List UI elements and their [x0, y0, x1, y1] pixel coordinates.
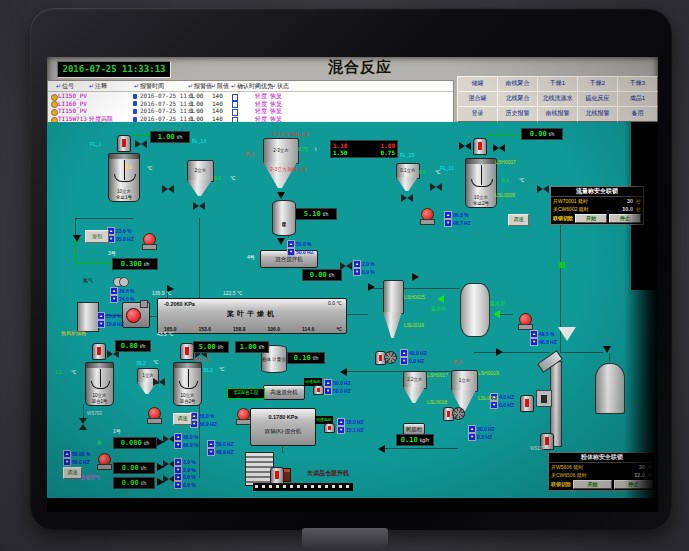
motor-icon[interactable] [117, 135, 131, 152]
motor-indicator [545, 437, 549, 445]
pump-icon[interactable] [142, 233, 156, 250]
motor-icon[interactable] [270, 467, 284, 484]
furnace[interactable] [77, 302, 99, 332]
reactor-tank[interactable]: 10立方混合1号 [85, 362, 114, 406]
interlock-bypass-button[interactable]: 联锁切除 [551, 480, 571, 489]
start-button[interactable]: 开始 [575, 214, 607, 223]
speed-indicator: ▲86.8 %▼66.7 HZ [444, 211, 471, 227]
text-label: 2-3立方加料小车 [272, 132, 309, 138]
motor-icon[interactable] [473, 138, 487, 155]
motor-gear-icon[interactable] [375, 350, 397, 364]
display-value: 0.75 [381, 149, 395, 156]
paddle-dryer[interactable]: -0.2060 KPa0.0 ℃桨叶干燥机165.0153.6158.8106.… [157, 298, 347, 334]
interlock-bypass-button[interactable]: 联锁切除 [553, 214, 573, 223]
valve-icon[interactable] [135, 140, 147, 148]
speed-button[interactable]: 调速 [63, 467, 82, 479]
hopper[interactable] [383, 280, 402, 338]
hopper-body [383, 280, 404, 314]
motor-icon[interactable] [520, 395, 534, 412]
valve-icon[interactable] [537, 185, 549, 193]
nav-button-干燥1[interactable]: 干燥1 [537, 76, 578, 92]
alarm-column-header[interactable]: ↵限值 [211, 82, 229, 91]
vessel[interactable]: 计量仪 [272, 200, 296, 236]
nav-button-北线报警[interactable]: 北线报警 [577, 106, 618, 122]
valve-icon[interactable] [430, 183, 442, 191]
indicator-value: 3.0 % [183, 459, 196, 465]
reactor-tank[interactable]: 10立方化盐2号 [465, 158, 497, 208]
valve-icon[interactable] [401, 194, 413, 202]
product-silo[interactable] [595, 363, 625, 414]
blower-icon[interactable] [113, 277, 129, 286]
hopper[interactable]: 1立方 [451, 370, 476, 411]
pump-icon[interactable] [97, 453, 111, 470]
display-value: 0.10 [294, 354, 311, 362]
motor-icon[interactable] [92, 343, 106, 360]
valve-icon[interactable] [153, 378, 165, 386]
nav-button-历史报警[interactable]: 历史报警 [497, 106, 538, 122]
nav-button-硫化反应[interactable]: 硫化反应 [577, 91, 618, 107]
pipe-line [199, 218, 200, 298]
alarm-column-header[interactable]: ↵状态 [271, 82, 289, 91]
motor-icon[interactable] [180, 343, 194, 360]
pump-icon[interactable] [518, 313, 532, 330]
valve-icon[interactable] [79, 418, 87, 430]
text-label: 0.0 [214, 176, 221, 182]
speed-button[interactable]: 调速 [173, 413, 192, 425]
motor-body[interactable] [324, 423, 335, 433]
hopper[interactable]: 2-3立方 [263, 138, 297, 188]
hopper[interactable]: 2.2立方 [403, 371, 425, 403]
fan-icon[interactable] [122, 302, 150, 328]
text-label: 加料小车 [193, 358, 211, 363]
nav-button-南线聚合[interactable]: 南线聚合 [497, 76, 538, 92]
flow-arrow [378, 445, 385, 453]
hopper[interactable]: 0.1立方 [396, 163, 418, 191]
alarm-column-header[interactable]: ↵位号 [56, 82, 74, 91]
stop-button[interactable]: 停止 [614, 480, 653, 489]
hopper[interactable]: 2立方 [187, 160, 212, 196]
pipe-line [488, 134, 521, 135]
nav-button-备用[interactable]: 备用 [617, 106, 658, 122]
speed-button[interactable]: 溶剂 [85, 230, 109, 243]
flow-arrow [493, 310, 500, 318]
nav-button-北线聚合[interactable]: 北线聚合 [497, 91, 538, 107]
nav-button-南线报警[interactable]: 南线报警 [537, 106, 578, 122]
twin-shaft-mixer[interactable]: 0.1780 KPa双轴(K)-混合机 [250, 408, 316, 446]
speed-indicator: ▲0.0 %▼0.0 % [174, 473, 196, 489]
nav-button-储罐[interactable]: 储罐 [457, 76, 498, 92]
text-label: P_3 [245, 152, 254, 158]
alarm-column-header[interactable]: ↵报警值 [188, 82, 212, 91]
nav-button-登录[interactable]: 登录 [457, 106, 498, 122]
nav-button-成品1[interactable]: 成品1 [617, 91, 658, 107]
text-label: 0.1 [502, 178, 509, 184]
alarm-row[interactable]: LI150_PV2016-07-25 11:10.00140轻度恢复 [48, 92, 453, 100]
pump-icon[interactable] [236, 408, 250, 425]
wash-tank[interactable] [460, 283, 490, 337]
equipment-box[interactable]: 高速混合机 [263, 385, 305, 400]
nav-button-干燥2[interactable]: 干燥2 [577, 76, 618, 92]
nav-button-干燥3[interactable]: 干燥3 [617, 76, 658, 92]
indicator-row: ▲30.0 HZ [468, 425, 495, 432]
alarm-row[interactable]: TI150_PV2016-07-25 11:10.00140轻度恢复 [48, 107, 453, 115]
pump-icon[interactable] [147, 407, 161, 424]
valve-icon[interactable] [162, 185, 174, 193]
stop-button[interactable]: 停止 [609, 214, 641, 223]
alarm-row[interactable]: LI160_PV2016-07-25 11:10.00140轻度恢复 [48, 100, 453, 108]
reactor-tank[interactable]: 10立方化盐1号 [108, 153, 140, 202]
nav-button-北线洗涤水[interactable]: 北线洗涤水 [537, 91, 578, 107]
pump-icon[interactable] [420, 208, 434, 225]
valve-icon[interactable] [193, 202, 205, 210]
alarm-column-header[interactable]: ↵注释 [89, 82, 107, 91]
indicator-value: 50.0 HZ [333, 388, 351, 394]
motor-gear-icon[interactable] [443, 406, 465, 420]
nav-button-混合罐[interactable]: 混合罐 [457, 91, 498, 107]
text-label: 3号 [108, 251, 116, 257]
speed-button[interactable]: 调速 [508, 214, 529, 226]
indicator-row: ▼50.0 HZ [287, 248, 314, 255]
start-button[interactable]: 开始 [573, 480, 612, 489]
alarm-column-header[interactable]: ↵报警时间 [134, 82, 164, 91]
motor-body[interactable] [313, 385, 324, 395]
panel-row-unit: 秒 [636, 206, 641, 212]
valve-icon[interactable] [493, 144, 505, 152]
valve-icon[interactable] [459, 142, 471, 150]
reactor-tank[interactable]: 10立方混合2号 [173, 362, 202, 406]
